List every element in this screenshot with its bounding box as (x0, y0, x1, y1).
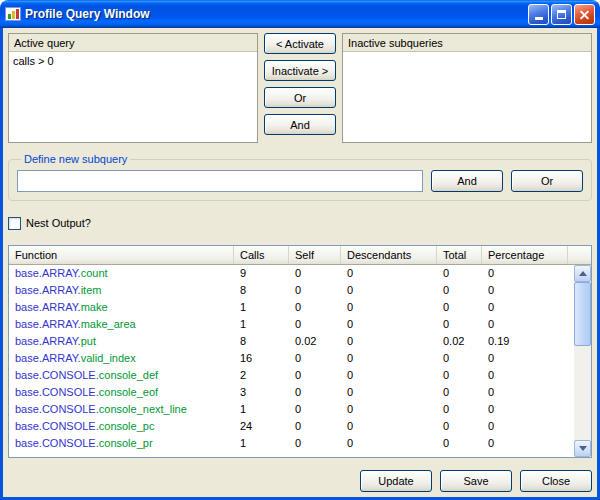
function-qualifier: base.ARRAY. (15, 335, 81, 347)
profile-results-table: FunctionCallsSelfDescendantsTotalPercent… (8, 245, 592, 458)
column-header-total[interactable]: Total (437, 246, 482, 264)
table-body[interactable]: base.ARRAY.count90000base.ARRAY.item8000… (9, 265, 574, 457)
scrollbar-thumb[interactable] (574, 282, 591, 346)
cell-total: 0 (437, 299, 482, 316)
caption-maximize-button[interactable] (551, 4, 572, 25)
cell-total: 0 (437, 265, 482, 282)
cell-self: 0 (289, 265, 341, 282)
nest-output-row: Nest Output? (8, 215, 592, 231)
app-icon[interactable] (5, 6, 21, 22)
cell-total: 0 (437, 401, 482, 418)
cell-function: base.ARRAY.make_area (9, 316, 234, 333)
nest-output-checkbox[interactable] (8, 217, 21, 230)
cell-percentage: 0 (482, 367, 568, 384)
update-button[interactable]: Update (360, 470, 432, 492)
table-row[interactable]: base.CONSOLE.console_next_line10000 (9, 401, 574, 418)
active-query-item[interactable]: calls > 0 (13, 54, 253, 68)
cell-percentage: 0 (482, 282, 568, 299)
function-feature: make_area (81, 318, 136, 330)
or-button[interactable]: Or (264, 87, 336, 108)
column-header-filler (568, 246, 591, 264)
column-header-percentage[interactable]: Percentage (482, 246, 568, 264)
save-button[interactable]: Save (440, 470, 512, 492)
cell-percentage: 0 (482, 435, 568, 452)
table-row[interactable]: base.ARRAY.count90000 (9, 265, 574, 282)
column-header-descendants[interactable]: Descendants (341, 246, 437, 264)
column-header-calls[interactable]: Calls (234, 246, 289, 264)
function-feature: valid_index (81, 352, 136, 364)
minimize-icon (535, 17, 543, 20)
cell-function: base.CONSOLE.console_pc (9, 418, 234, 435)
cell-function: base.ARRAY.put (9, 333, 234, 350)
cell-calls: 2 (234, 367, 289, 384)
active-query-panel: Active query calls > 0 (8, 33, 258, 143)
function-qualifier: base.CONSOLE. (15, 369, 99, 381)
table-row[interactable]: base.ARRAY.make_area10000 (9, 316, 574, 333)
cell-function: base.CONSOLE.console_def (9, 367, 234, 384)
define-subquery-row: And Or (17, 170, 583, 192)
cell-self: 0.02 (289, 333, 341, 350)
table-row[interactable]: base.ARRAY.valid_index160000 (9, 350, 574, 367)
cell-function: base.ARRAY.count (9, 265, 234, 282)
cell-calls: 3 (234, 384, 289, 401)
table-row[interactable]: base.CONSOLE.console_pr10000 (9, 435, 574, 452)
inactive-subqueries-panel: Inactive subqueries (342, 33, 592, 143)
inactivate-button[interactable]: Inactivate > (264, 60, 336, 81)
table-row[interactable]: base.CONSOLE.console_def20000 (9, 367, 574, 384)
cell-self: 0 (289, 401, 341, 418)
table-row[interactable]: base.CONSOLE.console_eof30000 (9, 384, 574, 401)
cell-calls: 8 (234, 333, 289, 350)
define-subquery-label: Define new subquery (21, 153, 130, 165)
subquery-and-button[interactable]: And (431, 170, 503, 192)
active-query-list[interactable]: calls > 0 (9, 51, 257, 142)
window-title: Profile Query Window (25, 7, 528, 21)
titlebar[interactable]: Profile Query Window (0, 0, 600, 28)
active-query-label: Active query (9, 34, 257, 51)
cell-total: 0 (437, 384, 482, 401)
scroll-down-button[interactable] (574, 440, 591, 457)
column-header-function[interactable]: Function (9, 246, 234, 264)
cell-descendants: 0 (341, 350, 437, 367)
scroll-up-button[interactable] (574, 265, 591, 282)
activate-button[interactable]: < Activate (264, 33, 336, 54)
scroll-down-icon (579, 446, 587, 451)
inactive-subqueries-list[interactable] (343, 51, 591, 142)
maximize-icon (557, 10, 566, 19)
cell-self: 0 (289, 367, 341, 384)
subquery-input[interactable] (17, 170, 423, 192)
close-button[interactable]: Close (520, 470, 592, 492)
cell-descendants: 0 (341, 299, 437, 316)
query-panels-row: Active query calls > 0 < Activate Inacti… (8, 33, 592, 143)
cell-total: 0 (437, 282, 482, 299)
table-row[interactable]: base.ARRAY.put80.0200.020.19 (9, 333, 574, 350)
function-feature: item (81, 284, 102, 296)
function-qualifier: base.ARRAY. (15, 301, 81, 313)
caption-minimize-button[interactable] (528, 4, 549, 25)
cell-descendants: 0 (341, 435, 437, 452)
cell-self: 0 (289, 282, 341, 299)
function-qualifier: base.ARRAY. (15, 318, 81, 330)
profile-query-window: Profile Query Window Active query calls … (0, 0, 600, 500)
cell-descendants: 0 (341, 418, 437, 435)
and-button[interactable]: And (264, 114, 336, 135)
caption-close-button[interactable] (574, 4, 595, 25)
column-header-self[interactable]: Self (289, 246, 341, 264)
function-feature: console_next_line (99, 403, 187, 415)
scrollbar-track[interactable] (574, 282, 591, 440)
caption-buttons (528, 4, 595, 25)
cell-calls: 9 (234, 265, 289, 282)
cell-descendants: 0 (341, 282, 437, 299)
cell-self: 0 (289, 316, 341, 333)
table-vertical-scrollbar[interactable] (574, 265, 591, 457)
cell-calls: 8 (234, 282, 289, 299)
table-row[interactable]: base.ARRAY.make10000 (9, 299, 574, 316)
table-row[interactable]: base.ARRAY.item80000 (9, 282, 574, 299)
cell-total: 0 (437, 435, 482, 452)
subquery-or-button[interactable]: Or (511, 170, 583, 192)
table-row[interactable]: base.CONSOLE.console_pc240000 (9, 418, 574, 435)
cell-descendants: 0 (341, 333, 437, 350)
cell-function: base.ARRAY.valid_index (9, 350, 234, 367)
cell-total: 0 (437, 418, 482, 435)
cell-percentage: 0 (482, 384, 568, 401)
cell-total: 0 (437, 367, 482, 384)
